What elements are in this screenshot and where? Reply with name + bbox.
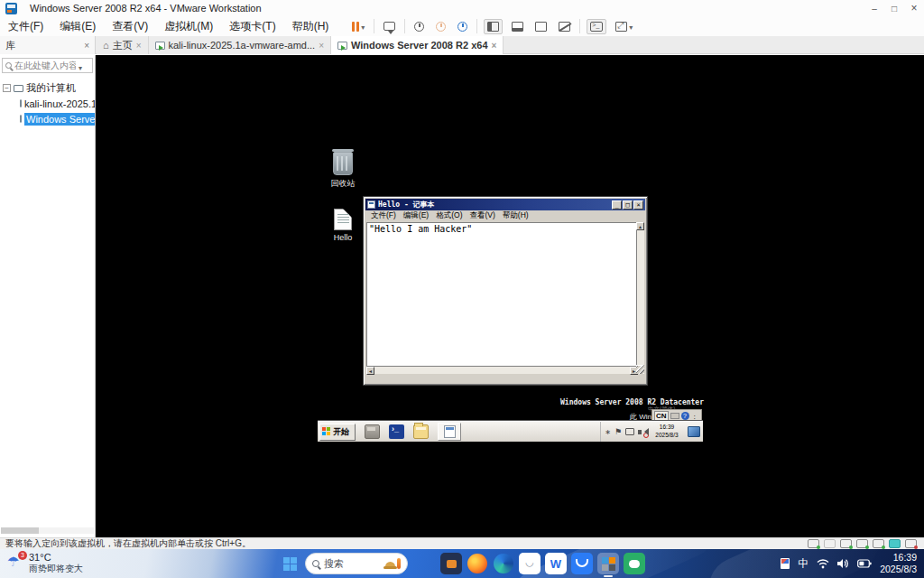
explorer-folder-icon[interactable] xyxy=(413,424,429,439)
console-view-button[interactable] xyxy=(587,19,606,34)
weather-widget[interactable]: 3 31°C 雨势即将变大 xyxy=(7,552,83,575)
app-icon-assistant[interactable] xyxy=(519,553,541,574)
tab-windows-server[interactable]: Windows Server 2008 R2 x64 xyxy=(331,36,504,54)
app-icon-netdisk[interactable] xyxy=(571,553,593,574)
cd-dvd-icon[interactable] xyxy=(824,539,836,548)
keyboard-icon[interactable] xyxy=(670,413,679,419)
usb-device-icon[interactable] xyxy=(905,539,917,548)
tray-app-icon[interactable] xyxy=(781,558,790,569)
server-manager-icon[interactable] xyxy=(365,424,380,439)
revert-snapshot-button[interactable] xyxy=(433,20,448,33)
app-icon-edge[interactable] xyxy=(493,553,514,574)
close-button[interactable] xyxy=(633,200,643,210)
app-icon-wechat[interactable] xyxy=(624,553,645,574)
notepad-menu-edit[interactable]: 编辑(E) xyxy=(400,210,432,221)
menu-tabs[interactable]: 选项卡(T) xyxy=(221,16,283,36)
guest-clock[interactable]: 16:39 2025/8/3 xyxy=(650,424,684,440)
scrollbar-thumb[interactable] xyxy=(1,527,39,534)
notepad-window[interactable]: Hello - 记事本 文件(F) 编辑(E) 格式(O) 查看(V) 帮助(H… xyxy=(363,196,648,386)
battery-icon[interactable] xyxy=(857,559,872,568)
tab-home[interactable]: 主页 xyxy=(97,36,149,54)
desktop-icon-hello[interactable]: Hello xyxy=(321,209,365,242)
menu-view[interactable]: 查看(V) xyxy=(104,16,156,36)
notepad-menu-view[interactable]: 查看(V) xyxy=(466,210,498,221)
notepad-titlebar[interactable]: Hello - 记事本 xyxy=(365,199,645,210)
floppy-icon[interactable] xyxy=(840,539,852,548)
maximize-button[interactable] xyxy=(884,1,904,15)
vm-console[interactable]: 回收站 Hello Hello - 记事本 xyxy=(96,55,924,537)
menu-help[interactable]: 帮助(H) xyxy=(284,16,337,36)
library-toggle-button[interactable] xyxy=(484,19,503,34)
tree-item-my-computer[interactable]: 我的计算机 xyxy=(0,80,95,96)
volume-icon[interactable] xyxy=(837,558,849,569)
tab-close-icon[interactable] xyxy=(136,40,142,51)
fullscreen-button[interactable] xyxy=(532,20,550,33)
menu-vm[interactable]: 虚拟机(M) xyxy=(156,16,221,36)
app-icon-wps[interactable] xyxy=(545,553,567,574)
minimize-button[interactable] xyxy=(864,1,884,15)
sidebar-horizontal-scrollbar[interactable] xyxy=(1,527,94,534)
stretch-guest-button[interactable] xyxy=(613,18,635,34)
hidden-icons-chevron[interactable] xyxy=(605,428,611,436)
close-button[interactable] xyxy=(904,1,924,15)
host-taskbar-apps xyxy=(440,553,645,574)
search-icon xyxy=(5,62,12,69)
wifi-icon[interactable] xyxy=(817,558,829,569)
host-taskbar: 3 31°C 雨势即将变大 搜索 xyxy=(0,549,924,578)
tab-kali-label: kali-linux-2025.1a-vmware-amd... xyxy=(169,40,316,51)
help-icon[interactable] xyxy=(681,412,689,420)
thumbnail-bar-button[interactable] xyxy=(509,20,526,33)
hard-disk-icon[interactable] xyxy=(808,539,819,548)
library-close-icon[interactable] xyxy=(84,41,89,51)
resize-grip[interactable] xyxy=(636,366,644,374)
scroll-left-icon[interactable] xyxy=(366,367,374,375)
taskbar-button-notepad[interactable] xyxy=(438,423,461,441)
library-search[interactable] xyxy=(2,58,93,73)
display-icon[interactable] xyxy=(688,426,700,437)
tab-kali[interactable]: kali-linux-2025.1a-vmware-amd... xyxy=(149,36,331,54)
minimize-button[interactable] xyxy=(612,200,622,210)
search-input[interactable] xyxy=(14,61,76,70)
tree-item-windows-server[interactable]: Windows Serve xyxy=(20,111,95,126)
tab-close-icon[interactable] xyxy=(319,40,324,51)
snapshot-manager-button[interactable] xyxy=(455,20,470,33)
network-adapter-icon[interactable] xyxy=(856,539,868,548)
menu-edit[interactable]: 编辑(E) xyxy=(51,16,104,36)
network-icon[interactable] xyxy=(625,428,634,435)
ime-indicator[interactable]: 中 xyxy=(798,556,808,572)
notepad-menu-format[interactable]: 格式(O) xyxy=(432,210,466,221)
powershell-icon[interactable] xyxy=(389,424,404,439)
host-start-button[interactable] xyxy=(279,553,300,574)
maximize-button[interactable] xyxy=(623,200,633,210)
chevron-down-icon[interactable] xyxy=(79,58,82,74)
scroll-up-icon[interactable] xyxy=(636,222,644,230)
guest-start-button[interactable]: 开始 xyxy=(319,424,356,441)
ctrl-alt-del-button[interactable] xyxy=(381,20,398,33)
ime-indicator[interactable]: CN xyxy=(654,411,669,421)
host-clock[interactable]: 16:39 2025/8/3 xyxy=(880,552,917,575)
power-suspend-button[interactable] xyxy=(349,18,367,34)
collapse-icon[interactable] xyxy=(3,84,11,92)
notepad-menu-help[interactable]: 帮助(H) xyxy=(499,210,532,221)
tab-close-icon[interactable] xyxy=(492,40,497,51)
vmware-logo-icon xyxy=(602,557,615,571)
action-center-flag-icon[interactable] xyxy=(614,427,622,436)
volume-muted-icon[interactable] xyxy=(638,428,646,436)
desktop-icon-recycle-bin[interactable]: 回收站 xyxy=(321,152,365,190)
menu-file[interactable]: 文件(F) xyxy=(0,16,51,36)
app-icon-vmware-active[interactable] xyxy=(597,553,619,574)
notepad-menu-file[interactable]: 文件(F) xyxy=(367,210,400,221)
take-snapshot-button[interactable] xyxy=(411,20,427,33)
app-icon-store[interactable] xyxy=(440,553,462,574)
sound-icon[interactable] xyxy=(873,539,884,548)
hat-icon xyxy=(385,562,395,569)
host-search-box[interactable]: 搜索 xyxy=(305,553,408,574)
message-log-icon[interactable] xyxy=(889,539,901,548)
notepad-window-controls xyxy=(612,200,643,210)
notepad-text-area[interactable]: "Hello I am Hacker" xyxy=(366,222,638,373)
horizontal-scrollbar[interactable] xyxy=(366,366,638,374)
vertical-scrollbar[interactable] xyxy=(636,222,644,373)
unity-mode-button[interactable] xyxy=(556,20,573,33)
app-icon-firefox[interactable] xyxy=(467,553,488,574)
tree-item-kali[interactable]: kali-linux-2025.1 xyxy=(20,96,95,111)
